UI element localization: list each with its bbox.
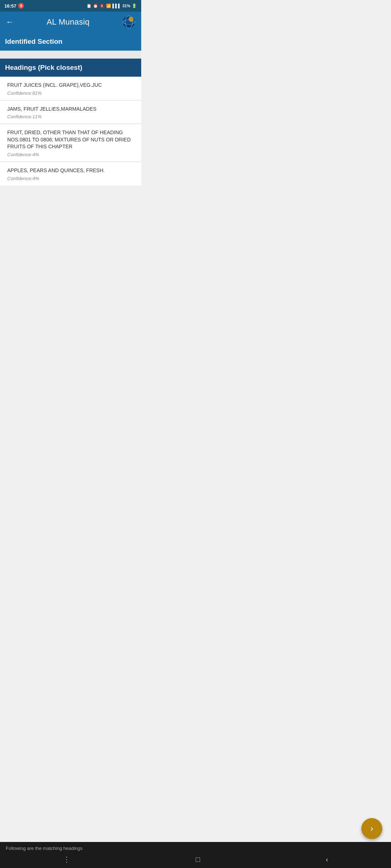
battery-display: 31%: [122, 4, 130, 8]
item-confidence-3: Confidence:4%: [7, 152, 134, 157]
status-left: 16:57 9: [4, 3, 24, 9]
item-title-4: APPLES, PEARS AND QUINCES, FRESH.: [7, 167, 134, 174]
identified-section-label: Identified Section: [5, 38, 62, 45]
item-confidence-4: Confidence:4%: [7, 176, 134, 181]
item-title-1: FRUIT JUICES (INCL. GRAPE),VEG.JUC: [7, 82, 134, 89]
svg-point-4: [129, 17, 134, 22]
list-item[interactable]: FRUIT JUICES (INCL. GRAPE),VEG.JUC Confi…: [0, 77, 141, 101]
time-display: 16:57: [4, 3, 16, 9]
notification-badge: 9: [18, 3, 24, 9]
item-title-3: FRUIT, DRIED, OTHER THAN THAT OF HEADING…: [7, 129, 134, 150]
headings-section-label: Headings (Pick closest): [5, 64, 82, 71]
list-item[interactable]: JAMS, FRUIT JELLIES,MARMALADES Confidenc…: [0, 101, 141, 124]
status-bar: 16:57 9 📋 ⏰ 🔇 📶 ▌▌▌ 31% 🔋: [0, 0, 141, 12]
back-button[interactable]: ←: [6, 17, 14, 27]
main-content-area: [0, 186, 141, 359]
app-title: AL Munasiq: [47, 17, 89, 27]
alarm-icon: ⏰: [93, 4, 98, 8]
list-item[interactable]: FRUIT, DRIED, OTHER THAN THAT OF HEADING…: [0, 124, 141, 162]
list-item[interactable]: APPLES, PEARS AND QUINCES, FRESH. Confid…: [0, 162, 141, 186]
list-container: FRUIT JUICES (INCL. GRAPE),VEG.JUC Confi…: [0, 77, 141, 186]
sim-icon: 📋: [87, 4, 92, 8]
item-title-2: JAMS, FRUIT JELLIES,MARMALADES: [7, 106, 134, 113]
identified-section-header: Identified Section: [0, 33, 141, 51]
item-confidence-2: Confidence:11%: [7, 114, 134, 119]
headings-section-header: Headings (Pick closest): [0, 59, 141, 77]
app-bar: ← AL Munasiq: [0, 12, 141, 33]
battery-icon: 🔋: [132, 4, 137, 8]
item-confidence-1: Confidence:81%: [7, 90, 134, 96]
gap-area: [0, 51, 141, 59]
wifi-icon: 📶: [106, 4, 111, 8]
mute-icon: 🔇: [100, 4, 105, 8]
status-right: 📋 ⏰ 🔇 📶 ▌▌▌ 31% 🔋: [87, 4, 137, 8]
globe-icon[interactable]: [122, 16, 135, 29]
signal-icon: ▌▌▌: [113, 4, 121, 8]
